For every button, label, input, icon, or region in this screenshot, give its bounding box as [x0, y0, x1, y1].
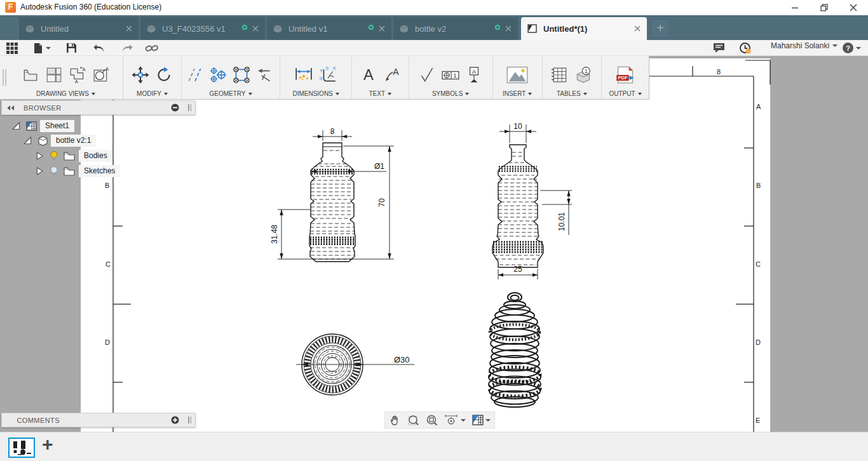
svg-text:B: B [756, 182, 761, 189]
browser-item-label[interactable]: Sheet1 [40, 120, 74, 132]
restore-button[interactable] [810, 0, 839, 15]
svg-text:0: 0 [320, 76, 322, 81]
job-status-icon[interactable] [713, 41, 725, 55]
ribbon-group-label[interactable]: OUTPUT [609, 90, 641, 97]
quick-access-toolbar: Maharshi Solanki ? [0, 40, 868, 56]
saved-status-icon [495, 25, 500, 30]
app-grid-icon[interactable] [6, 41, 18, 55]
visibility-bulb-on-icon[interactable] [50, 150, 58, 161]
minimize-button[interactable] [780, 0, 810, 15]
close-tab-icon[interactable] [634, 25, 641, 32]
browser-item-label[interactable]: bottle v2:1 [51, 135, 96, 147]
browser-panel-header[interactable]: BROWSER [1, 100, 196, 115]
section-view-icon[interactable]: AA [68, 66, 87, 84]
svg-text:X: X [332, 66, 336, 71]
expanded-triangle-icon[interactable] [11, 121, 21, 131]
drawing-sheet-icon [527, 24, 537, 33]
zoom-fit-icon[interactable] [426, 414, 438, 427]
visibility-bulb-off-icon[interactable] [50, 166, 58, 177]
document-settings-icon[interactable] [444, 414, 466, 427]
browser-item-bodies[interactable]: Bodies [36, 149, 112, 163]
edge-extension-icon[interactable] [255, 66, 275, 84]
sheet-icon [26, 121, 37, 131]
svg-text:A: A [363, 67, 374, 83]
dim-neck-width-10: 10 [513, 122, 522, 131]
notification-clock-icon[interactable] [739, 41, 752, 55]
close-tab-icon[interactable] [126, 25, 132, 32]
browser-item-sheet1[interactable]: Sheet1 [11, 119, 74, 133]
ribbon-group-label[interactable]: MODIFY [137, 90, 168, 97]
close-tab-icon[interactable] [252, 25, 259, 32]
close-tab-icon[interactable] [379, 25, 385, 32]
dimension-icon[interactable] [294, 66, 314, 84]
add-sheet-button[interactable]: + [42, 434, 53, 455]
browser-item-label[interactable]: Bodies [79, 150, 112, 162]
feature-control-frame-icon[interactable]: 1 [440, 66, 461, 84]
redo-icon[interactable] [119, 41, 133, 55]
sheet1-thumbnail[interactable] [8, 438, 35, 458]
file-menu-icon[interactable] [33, 41, 51, 55]
doc-tab-u3-f4023556[interactable]: U3_F4023556 v1 [140, 17, 265, 40]
doc-tab-untitled-1-active[interactable]: Untitled*(1) [521, 17, 647, 40]
ordinate-dimension-icon[interactable]: Y0X0 [318, 66, 339, 84]
pan-icon[interactable] [389, 414, 402, 427]
panel-drag-grip[interactable] [188, 104, 191, 111]
rotate-icon[interactable] [154, 66, 173, 84]
new-tab-button[interactable]: + [652, 20, 668, 37]
ribbon-group-output: PDF OUTPUT [602, 56, 649, 99]
ribbon-group-label[interactable]: SYMBOLS [432, 90, 469, 97]
grid-display-icon[interactable] [471, 414, 491, 427]
collapsed-triangle-icon[interactable] [36, 151, 44, 161]
ribbon-group-label[interactable]: TABLES [557, 90, 587, 97]
panel-drag-grip[interactable] [188, 417, 191, 424]
ribbon-group-label[interactable]: DRAWING VIEWS [36, 90, 95, 97]
add-comment-icon[interactable] [171, 416, 179, 424]
comments-panel-header[interactable]: COMMENTS [1, 413, 196, 427]
doc-tab-untitled-v1[interactable]: Untitled v1 [267, 17, 391, 40]
window-title: Autodesk Fusion 360 (Education License) [20, 3, 161, 11]
output-pdf-icon[interactable]: PDF [615, 65, 635, 84]
text-icon[interactable]: A [360, 66, 377, 84]
leader-text-icon[interactable]: A [382, 66, 401, 84]
center-mark-pattern-icon[interactable] [232, 66, 251, 84]
close-button[interactable] [839, 0, 868, 15]
ribbon-drag-grip[interactable] [0, 56, 9, 99]
surface-texture-icon[interactable] [418, 66, 436, 84]
balloon-icon[interactable]: 1 [574, 66, 593, 84]
insert-image-icon[interactable] [506, 65, 529, 84]
detail-view-icon[interactable]: A [92, 66, 111, 84]
document-cube-icon [400, 25, 409, 33]
help-menu-icon[interactable]: ? [842, 41, 861, 55]
collapse-double-arrow-icon[interactable] [7, 105, 15, 111]
close-tab-icon[interactable] [505, 25, 512, 32]
svg-text:D: D [756, 338, 761, 346]
datum-icon[interactable]: A [465, 66, 483, 84]
undo-icon[interactable] [93, 41, 107, 55]
ribbon-group-label[interactable]: GEOMETRY [209, 90, 252, 97]
zoom-window-icon[interactable] [407, 414, 420, 427]
parallel-lines-icon[interactable] [186, 66, 204, 84]
remove-panel-icon[interactable] [171, 104, 179, 112]
projected-view-icon[interactable] [44, 66, 64, 84]
center-mark-icon[interactable] [208, 66, 227, 84]
expanded-triangle-icon[interactable] [23, 136, 32, 145]
svg-text:1: 1 [585, 68, 588, 74]
doc-tab-untitled[interactable]: Untitled [19, 17, 139, 40]
user-account-menu[interactable]: Maharshi Solanki [771, 41, 837, 50]
save-icon[interactable] [66, 41, 77, 55]
base-view-icon[interactable] [21, 66, 40, 84]
browser-item-label[interactable]: Sketches [79, 165, 120, 177]
ribbon-group-label[interactable]: TEXT [369, 90, 391, 97]
browser-item-sketches[interactable]: Sketches [36, 164, 120, 178]
share-link-icon[interactable] [145, 41, 159, 55]
document-tab-bar: Untitled U3_F4023556 v1 Untitled v1 bott… [0, 15, 868, 40]
dim-height-70: 70 [377, 198, 386, 207]
dim-diameter-30[interactable]: Ø30 [394, 355, 410, 364]
ribbon-group-label[interactable]: DIMENSIONS [292, 90, 339, 97]
browser-item-bottle-v2[interactable]: bottle v2:1 [23, 134, 96, 147]
ribbon-group-label[interactable]: INSERT [503, 90, 532, 97]
collapsed-triangle-icon[interactable] [36, 166, 44, 176]
doc-tab-bottle-v2[interactable]: bottle v2 [393, 17, 518, 40]
move-icon[interactable] [131, 66, 150, 84]
table-icon[interactable] [550, 66, 569, 84]
